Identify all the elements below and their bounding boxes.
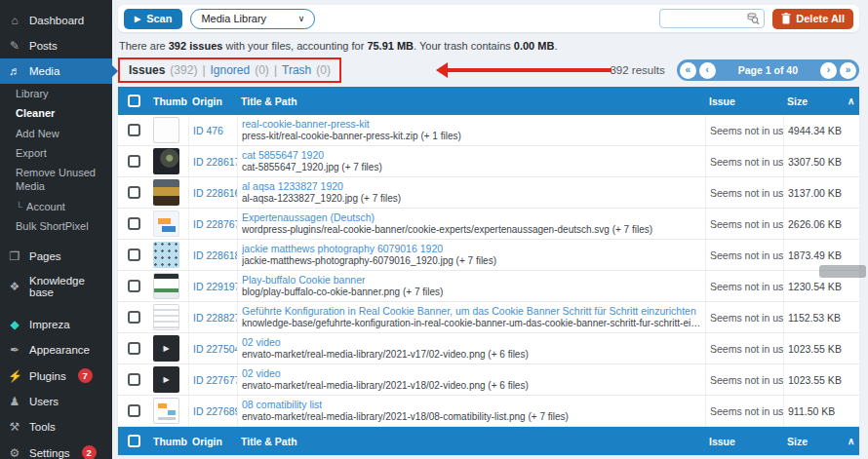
origin-link[interactable]: ID 476: [193, 125, 223, 136]
sidebar-subitem-cleaner[interactable]: Cleaner: [0, 103, 112, 123]
select-all-checkbox[interactable]: [128, 95, 140, 107]
tab-separator: |: [274, 63, 277, 77]
title-link[interactable]: Expertenaussagen (Deutsch): [242, 211, 375, 224]
column-header-title-path[interactable]: Title & Path: [237, 427, 705, 455]
sidebar-subitem-library[interactable]: Library: [0, 84, 112, 103]
origin-link[interactable]: ID 227689: [193, 405, 237, 417]
issue-text: Seems not in use: [705, 302, 783, 332]
title-link[interactable]: jackie matthews photography 6079016 1920: [242, 243, 443, 255]
sidebar-subitem-export[interactable]: Export: [0, 143, 112, 163]
sidebar-subitem-account[interactable]: └Account: [0, 197, 112, 216]
title-link[interactable]: Geführte Konfiguration in Real Cookie Ba…: [242, 305, 696, 318]
thumbnail[interactable]: [153, 148, 179, 174]
row-checkbox[interactable]: [128, 124, 140, 136]
row-checkbox[interactable]: [128, 404, 140, 417]
sort-ascending-icon[interactable]: ∧: [844, 427, 859, 455]
sidebar-subitem-bulk-shortpixel[interactable]: Bulk ShortPixel: [0, 216, 112, 236]
column-header-origin[interactable]: Origin: [188, 87, 237, 115]
row-checkbox[interactable]: [128, 155, 140, 168]
sidebar-subitem-remove-unused-media[interactable]: Remove Unused Media: [0, 163, 112, 197]
table-row: ID 228767 Expertenaussagen (Deutsch)word…: [118, 209, 859, 240]
title-link[interactable]: 08 comatibility list: [242, 399, 322, 411]
media-library-select[interactable]: Media Library ∨: [190, 9, 315, 29]
sidebar-item-users[interactable]: ♟ Users: [0, 389, 112, 414]
thumbnail[interactable]: [153, 242, 179, 268]
tab-trash[interactable]: Trash: [282, 63, 311, 77]
size-text: 3307.50 KB: [783, 146, 844, 176]
column-header-thumb[interactable]: Thumb: [149, 87, 188, 115]
sidebar-item-media[interactable]: ♬ Media: [0, 58, 112, 84]
play-icon: ▶: [135, 15, 140, 23]
thumbnail[interactable]: [153, 210, 179, 237]
thumbnail[interactable]: [153, 398, 179, 424]
sidebar-item-pages[interactable]: ❐ Pages: [0, 244, 112, 269]
issue-text: Seems not in use: [705, 333, 783, 363]
column-header-issue[interactable]: Issue: [705, 87, 783, 115]
tab-ignored[interactable]: Ignored: [211, 63, 251, 77]
issue-text: Seems not in use: [705, 146, 783, 176]
title-link[interactable]: al aqsa 1233827 1920: [242, 180, 343, 193]
thumbnail[interactable]: [153, 304, 179, 330]
thumbnail[interactable]: [153, 273, 179, 299]
thumbnail[interactable]: [153, 117, 179, 143]
sidebar-item-appearance[interactable]: ✒ Appearance: [0, 337, 112, 363]
column-header-size[interactable]: Size: [783, 427, 844, 455]
sidebar-subitem-add-new[interactable]: Add New: [0, 124, 112, 143]
scan-button[interactable]: ▶ Scan: [124, 9, 182, 29]
thumbnail[interactable]: [153, 179, 179, 206]
row-checkbox[interactable]: [128, 217, 140, 230]
main-content: ▶ Scan Media Library ∨ Delete All The: [112, 0, 868, 459]
search-input[interactable]: [664, 13, 746, 24]
tab-issues[interactable]: Issues: [129, 63, 165, 77]
size-text: 2626.06 KB: [783, 209, 844, 239]
file-path: blog/play-buffalo-co-okie-banner.png (+ …: [242, 287, 443, 299]
impreza-diamond-icon: ◆: [8, 318, 21, 331]
column-header-thumb[interactable]: Thumb: [149, 427, 188, 455]
last-page-button[interactable]: »: [840, 62, 856, 79]
previous-page-button[interactable]: ‹: [699, 62, 716, 79]
media-library-select-value: Media Library: [201, 13, 266, 24]
column-header-size[interactable]: Size: [783, 87, 844, 115]
row-checkbox[interactable]: [128, 311, 140, 324]
origin-link[interactable]: ID 228617: [193, 156, 237, 168]
origin-link[interactable]: ID 228618: [193, 249, 237, 261]
title-link[interactable]: real-cookie-banner-press-kit: [242, 118, 370, 131]
table-row: ID 227689 08 comatibility listenvato-mar…: [118, 396, 859, 427]
origin-link[interactable]: ID 228616: [193, 187, 237, 199]
origin-link[interactable]: ID 227677: [193, 374, 237, 386]
title-link[interactable]: Play-buffalo Cookie banner: [242, 274, 365, 287]
row-checkbox[interactable]: [128, 373, 140, 386]
sidebar-item-plugins[interactable]: ⚡ Plugins 7: [0, 363, 112, 389]
row-checkbox[interactable]: [128, 342, 140, 355]
title-link[interactable]: cat 5855647 1920: [242, 149, 324, 162]
column-header-title-path[interactable]: Title & Path: [237, 87, 705, 115]
row-checkbox[interactable]: [128, 249, 140, 261]
sidebar-item-dashboard[interactable]: ⌂ Dashboard: [0, 8, 112, 33]
sidebar-item-knowledge-base[interactable]: ❖ Knowledge base: [0, 269, 112, 304]
select-all-checkbox[interactable]: [128, 435, 140, 447]
sidebar-subitem-label: Account: [26, 201, 65, 212]
origin-link[interactable]: ID 227504: [193, 343, 237, 355]
thumbnail[interactable]: [153, 366, 179, 393]
title-link[interactable]: 02 video: [242, 367, 281, 380]
table-row: ID 228617 cat 5855647 1920cat-5855647_19…: [118, 146, 859, 177]
first-page-button[interactable]: «: [680, 62, 696, 79]
row-checkbox[interactable]: [128, 186, 140, 199]
sort-ascending-icon[interactable]: ∧: [844, 87, 859, 115]
issue-text: Seems not in use: [705, 209, 783, 239]
column-header-origin[interactable]: Origin: [188, 427, 237, 455]
row-checkbox[interactable]: [128, 280, 140, 292]
origin-link[interactable]: ID 229197: [193, 281, 237, 292]
title-link[interactable]: 02 video: [242, 336, 281, 349]
thumbnail[interactable]: [153, 335, 179, 362]
column-header-issue[interactable]: Issue: [705, 427, 783, 455]
sidebar-item-impreza[interactable]: ◆ Impreza: [0, 312, 112, 337]
sidebar-item-settings[interactable]: ⚙ Settings 2: [0, 440, 112, 459]
next-page-button[interactable]: ›: [820, 62, 837, 79]
delete-all-button[interactable]: Delete All: [772, 9, 853, 29]
origin-link[interactable]: ID 228827: [193, 312, 237, 324]
sidebar-item-tools[interactable]: ⚒ Tools: [0, 414, 112, 440]
origin-link[interactable]: ID 228767: [193, 218, 237, 230]
sidebar-item-posts[interactable]: ✎ Posts: [0, 33, 112, 58]
users-icon: ♟: [8, 395, 21, 408]
